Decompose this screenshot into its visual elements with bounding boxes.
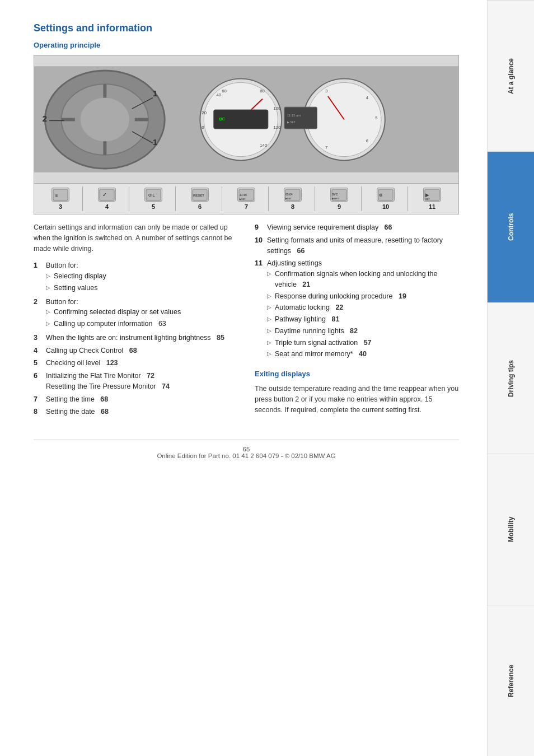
svg-text:1: 1 <box>153 88 158 98</box>
svg-text:11:15: 11:15 <box>240 193 247 197</box>
ctrl-icon-7: 11:15▶SET <box>237 188 255 202</box>
ctrl-label-9: 9 <box>338 203 341 210</box>
list-num-2: 2 <box>34 297 44 330</box>
list-item-7: 7 Setting the time 68 <box>34 394 238 405</box>
list-num-4: 4 <box>34 346 44 356</box>
ctrl-label-4: 4 <box>105 203 109 210</box>
right-list-item-9: 9 Viewing service requirement display 66 <box>255 222 459 233</box>
svg-text:|||: ||| <box>55 194 58 197</box>
page-title: Settings and information <box>34 22 459 34</box>
svg-text:▶SET: ▶SET <box>285 197 292 200</box>
ctrl-icon-4: ✓ <box>98 188 116 202</box>
ctrl-icon-9: SVC▶INFO <box>330 188 348 202</box>
svg-text:7: 7 <box>325 145 327 150</box>
main-content: Settings and information Operating princ… <box>0 0 487 756</box>
list-item-3: 3 When the lights are on: instrument lig… <box>34 333 238 343</box>
right-list-item-11: 11 Adjusting settings ▷Confirmation sign… <box>255 258 459 361</box>
list-num-7: 7 <box>34 394 44 405</box>
sub-list-11: ▷Confirmation signals when locking and u… <box>267 269 459 360</box>
control-5: OIL 5 <box>132 186 176 211</box>
ctrl-label-7: 7 <box>245 203 248 210</box>
svg-text:OIL: OIL <box>148 193 155 197</box>
control-4: ✓ 4 <box>85 186 129 211</box>
left-column: Certain settings and information can onl… <box>34 222 238 423</box>
section2-heading: Exiting displays <box>255 370 459 378</box>
list-item-5: 5 Checking oil level 123 <box>34 358 238 368</box>
svg-text:2: 2 <box>43 114 48 123</box>
svg-text:▶INFO: ▶INFO <box>332 197 339 200</box>
sidebar-tab-controls[interactable]: Controls <box>488 151 534 302</box>
svg-text:⚙: ⚙ <box>379 193 382 197</box>
ctrl-label-5: 5 <box>152 203 155 210</box>
svg-text:SET: SET <box>425 198 430 200</box>
list-content-1: Button for: ▷Selecting display ▷Setting … <box>46 260 106 294</box>
control-9: SVC▶INFO 9 <box>317 186 362 211</box>
right-list-num-10: 10 <box>255 235 265 256</box>
control-11: ▶SET 11 <box>410 186 454 211</box>
ctrl-label-8: 8 <box>291 203 294 210</box>
svg-text:6: 6 <box>366 138 368 143</box>
ctrl-label-3: 3 <box>59 203 62 210</box>
sidebar-tab-mobility[interactable]: Mobility <box>488 454 534 605</box>
control-6: RESET 6 <box>178 186 222 211</box>
ctrl-icon-3: ||| <box>51 188 69 202</box>
ctrl-label-6: 6 <box>198 203 202 210</box>
list-num-5: 5 <box>34 358 44 368</box>
svg-text:140: 140 <box>260 143 268 148</box>
edition-info: Online Edition for Part no. 01 41 2 604 … <box>34 452 459 459</box>
svg-rect-42 <box>100 189 114 200</box>
sidebar-tab-driving-tips[interactable]: Driving tips <box>488 302 534 454</box>
svg-text:60: 60 <box>222 88 227 94</box>
list-num-1: 1 <box>34 260 44 294</box>
svg-text:4: 4 <box>366 95 369 100</box>
intro-text: Certain settings and information can onl… <box>34 222 238 254</box>
left-numbered-list: 1 Button for: ▷Selecting display ▷Settin… <box>34 260 238 417</box>
svg-text:100: 100 <box>274 106 282 111</box>
ctrl-icon-11: ▶SET <box>423 188 441 202</box>
svg-text:03.04: 03.04 <box>285 193 293 196</box>
list-item-2: 2 Button for: ▷Confirming selected displ… <box>34 297 238 330</box>
controls-strip: ||| 3 ✓ 4 OIL 5 RESET 6 11:1 <box>34 184 459 214</box>
ctrl-icon-6: RESET <box>191 188 209 202</box>
right-list-num-9: 9 <box>255 222 265 233</box>
control-7: 11:15▶SET 7 <box>224 186 269 211</box>
section1-heading: Operating principle <box>34 41 459 49</box>
svg-text:✓: ✓ <box>102 192 107 198</box>
ctrl-icon-10: ⚙ <box>377 188 395 202</box>
svg-text:3: 3 <box>325 88 327 94</box>
instrument-cluster-image: 1 2 1 60 80 100 120 140 40 20 0 <box>34 55 459 184</box>
svg-text:BC: BC <box>219 116 225 122</box>
list-item-8: 8 Setting the date 68 <box>34 407 238 417</box>
svg-text:80: 80 <box>260 88 265 94</box>
control-8: 03.04▶SET 8 <box>271 186 315 211</box>
svg-text:20: 20 <box>202 110 207 115</box>
right-list-item-10: 10 Setting formats and units of measure,… <box>255 235 459 256</box>
control-10: ⚙ 10 <box>364 186 408 211</box>
svg-text:▶SET: ▶SET <box>240 198 246 200</box>
control-3: ||| 3 <box>39 186 83 211</box>
svg-text:40: 40 <box>217 92 222 97</box>
ctrl-icon-8: 03.04▶SET <box>284 188 302 202</box>
footer: 65 Online Edition for Part no. 01 41 2 6… <box>34 440 459 459</box>
list-item-1: 1 Button for: ▷Selecting display ▷Settin… <box>34 260 238 294</box>
sub-list-2: ▷Confirming selected display or set valu… <box>46 307 181 329</box>
svg-point-3 <box>81 98 129 142</box>
svg-text:1: 1 <box>153 137 158 147</box>
ctrl-label-11: 11 <box>429 203 435 210</box>
svg-text:0: 0 <box>202 125 204 130</box>
list-num-3: 3 <box>34 333 44 343</box>
svg-text:SVC: SVC <box>332 193 338 196</box>
two-col-content: Certain settings and information can onl… <box>34 222 459 423</box>
page-number: 65 <box>34 446 459 452</box>
sub-list-1: ▷Selecting display ▷Setting values <box>46 271 106 293</box>
svg-rect-37 <box>284 107 317 129</box>
right-list-num-11: 11 <box>255 258 265 361</box>
ctrl-icon-5: OIL <box>144 188 162 202</box>
sidebar-tab-reference[interactable]: Reference <box>488 605 534 756</box>
svg-text:▶ SET: ▶ SET <box>287 121 296 124</box>
list-num-8: 8 <box>34 407 44 417</box>
right-numbered-list: 9 Viewing service requirement display 66… <box>255 222 459 361</box>
exit-text: The outside temperature reading and the … <box>255 384 459 415</box>
svg-text:120: 120 <box>274 125 282 130</box>
sidebar-tab-at-glance[interactable]: At a glance <box>488 0 534 151</box>
